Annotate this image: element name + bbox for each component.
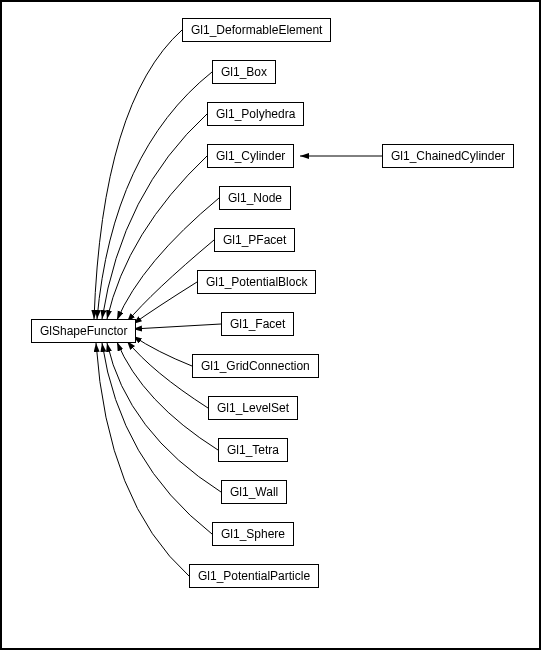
node-label: Gl1_PFacet xyxy=(223,233,286,247)
node-label: Gl1_Node xyxy=(228,191,282,205)
node-box: Gl1_Box xyxy=(212,60,276,84)
node-label: Gl1_PotentialBlock xyxy=(206,275,307,289)
node-pfacet: Gl1_PFacet xyxy=(214,228,295,252)
node-label: Gl1_LevelSet xyxy=(217,401,289,415)
node-label: Gl1_Facet xyxy=(230,317,285,331)
node-label: Gl1_ChainedCylinder xyxy=(391,149,505,163)
node-facet: Gl1_Facet xyxy=(221,312,294,336)
node-deformable: Gl1_DeformableElement xyxy=(182,18,331,42)
node-cylinder: Gl1_Cylinder xyxy=(207,144,294,168)
node-label: Gl1_PotentialParticle xyxy=(198,569,310,583)
node-label: Gl1_Wall xyxy=(230,485,278,499)
node-sphere: Gl1_Sphere xyxy=(212,522,294,546)
node-node: Gl1_Node xyxy=(219,186,291,210)
node-label: Gl1_Sphere xyxy=(221,527,285,541)
diagram-canvas: GlShapeFunctor Gl1_DeformableElement Gl1… xyxy=(0,0,541,650)
node-potentialparticle: Gl1_PotentialParticle xyxy=(189,564,319,588)
node-levelset: Gl1_LevelSet xyxy=(208,396,298,420)
node-wall: Gl1_Wall xyxy=(221,480,287,504)
node-label: Gl1_Box xyxy=(221,65,267,79)
node-root: GlShapeFunctor xyxy=(31,319,136,343)
node-label: Gl1_Polyhedra xyxy=(216,107,295,121)
node-label: Gl1_Tetra xyxy=(227,443,279,457)
node-polyhedra: Gl1_Polyhedra xyxy=(207,102,304,126)
node-tetra: Gl1_Tetra xyxy=(218,438,288,462)
node-label: Gl1_Cylinder xyxy=(216,149,285,163)
node-label: Gl1_DeformableElement xyxy=(191,23,322,37)
node-label: Gl1_GridConnection xyxy=(201,359,310,373)
node-potentialblock: Gl1_PotentialBlock xyxy=(197,270,316,294)
node-label: GlShapeFunctor xyxy=(40,324,127,338)
node-gridconnection: Gl1_GridConnection xyxy=(192,354,319,378)
node-chainedcylinder: Gl1_ChainedCylinder xyxy=(382,144,514,168)
